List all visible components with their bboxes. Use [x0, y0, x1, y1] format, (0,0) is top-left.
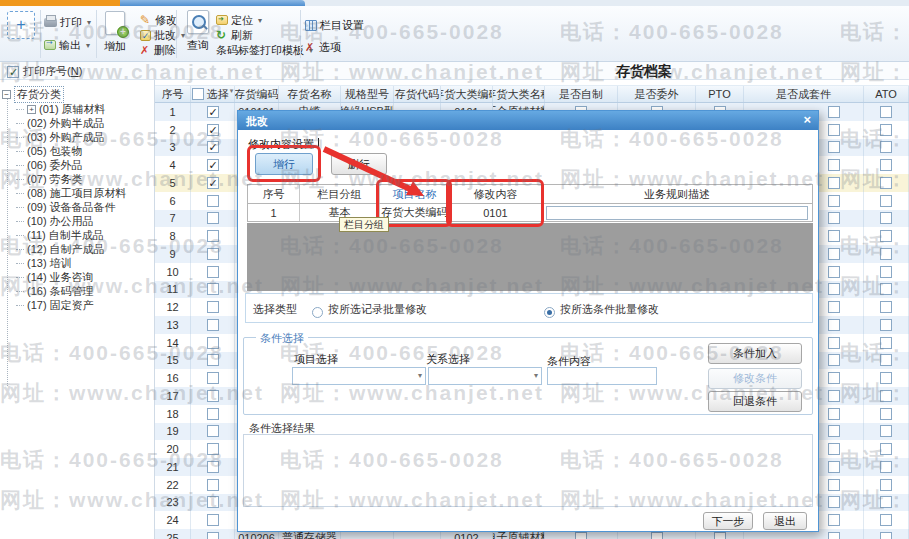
- checkbox-checked-icon[interactable]: [7, 66, 19, 78]
- sidebar-item[interactable]: (17) 固定资产: [16, 299, 94, 312]
- row-select-checkbox[interactable]: [207, 141, 219, 153]
- barcode-template-button[interactable]: 条码标签打印模板: [216, 43, 313, 57]
- flag-checkbox[interactable]: [828, 195, 840, 207]
- row-select-checkbox[interactable]: [207, 124, 219, 136]
- item-select-combo[interactable]: [292, 367, 426, 385]
- sidebar-item[interactable]: (02) 外购半成品: [16, 117, 105, 130]
- radio-by-records-label[interactable]: 按所选记录批量修改: [328, 302, 427, 317]
- row-select-checkbox[interactable]: [207, 461, 219, 473]
- flag-checkbox[interactable]: [880, 212, 892, 224]
- header-bigcode[interactable]: 存货大类编码: [441, 86, 493, 102]
- row-select-checkbox[interactable]: [207, 354, 219, 366]
- mg-cell-value[interactable]: 0101: [450, 204, 542, 221]
- flag-checkbox[interactable]: [880, 496, 892, 508]
- flag-checkbox[interactable]: [880, 461, 892, 473]
- flag-checkbox[interactable]: [828, 514, 840, 526]
- flag-checkbox[interactable]: [880, 124, 892, 136]
- add-condition-button[interactable]: 条件加入: [708, 343, 802, 364]
- flag-checkbox[interactable]: [880, 372, 892, 384]
- condition-content-input[interactable]: [547, 367, 657, 385]
- sidebar-item[interactable]: +(01) 原辅材料: [16, 103, 106, 116]
- sidebar-item[interactable]: (06) 委外品: [16, 159, 83, 172]
- flag-checkbox[interactable]: [880, 319, 892, 331]
- batch-modify-button[interactable]: ✓批改: [140, 28, 185, 42]
- row-select-checkbox[interactable]: [207, 266, 219, 278]
- radio-by-condition-label[interactable]: 按所选条件批量修改: [560, 302, 659, 317]
- row-select-checkbox[interactable]: [207, 106, 219, 118]
- refresh-button[interactable]: ↻刷新: [216, 28, 253, 42]
- flag-checkbox[interactable]: [880, 337, 892, 349]
- flag-checkbox[interactable]: [828, 212, 840, 224]
- radio-by-condition[interactable]: [544, 307, 555, 318]
- flag-checkbox[interactable]: [880, 141, 892, 153]
- flag-checkbox[interactable]: [828, 266, 840, 278]
- row-select-checkbox[interactable]: [207, 230, 219, 242]
- sidebar-item[interactable]: (05) 包装物: [16, 145, 83, 158]
- row-select-checkbox[interactable]: [207, 532, 219, 539]
- sidebar-item[interactable]: (12) 自制产成品: [16, 243, 105, 256]
- header-bigname[interactable]: 存货大类名称: [493, 86, 545, 102]
- flag-checkbox[interactable]: [575, 532, 587, 539]
- tab-modify-content[interactable]: 修改内容设置: [248, 137, 319, 152]
- row-select-checkbox[interactable]: [207, 319, 219, 331]
- flag-checkbox[interactable]: [880, 195, 892, 207]
- tree-root-item[interactable]: − 存货分类: [2, 86, 64, 103]
- new-tab-button[interactable]: +: [7, 11, 35, 39]
- header-select[interactable]: 选择: [191, 86, 235, 102]
- header-outsourced[interactable]: 是否委外: [618, 86, 696, 102]
- options-button[interactable]: ✗选项: [305, 40, 341, 54]
- modify-grid-row[interactable]: 1 基本 存货大类编码 0101: [247, 203, 813, 222]
- expand-icon[interactable]: +: [27, 105, 36, 114]
- flag-checkbox[interactable]: [880, 532, 892, 539]
- header-name[interactable]: 存货名称: [279, 86, 341, 102]
- mg-cell-item[interactable]: 存货大类编码: [380, 204, 450, 221]
- flag-checkbox[interactable]: [880, 479, 892, 491]
- export-button[interactable]: 输出: [44, 38, 90, 52]
- flag-checkbox[interactable]: [828, 319, 840, 331]
- sidebar-item[interactable]: (09) 设备备品备件: [16, 201, 116, 214]
- flag-checkbox[interactable]: [828, 230, 840, 242]
- sidebar-item[interactable]: (08) 施工项目原材料: [16, 187, 127, 200]
- flag-checkbox[interactable]: [828, 443, 840, 455]
- row-select-checkbox[interactable]: [207, 195, 219, 207]
- locate-button[interactable]: 定位: [216, 13, 262, 27]
- flag-checkbox[interactable]: [880, 514, 892, 526]
- flag-checkbox[interactable]: [880, 106, 892, 118]
- flag-checkbox[interactable]: [880, 230, 892, 242]
- row-select-checkbox[interactable]: [207, 177, 219, 189]
- flag-checkbox[interactable]: [880, 301, 892, 313]
- header-seq[interactable]: 序号: [155, 86, 191, 102]
- flag-checkbox[interactable]: [828, 248, 840, 260]
- flag-checkbox[interactable]: [828, 106, 840, 118]
- header-icode[interactable]: 存货代码: [394, 86, 441, 102]
- flag-checkbox[interactable]: [880, 408, 892, 420]
- condition-result-area[interactable]: [243, 434, 813, 507]
- flag-checkbox[interactable]: [651, 532, 663, 539]
- row-select-checkbox[interactable]: [207, 372, 219, 384]
- flag-checkbox[interactable]: [880, 354, 892, 366]
- flag-checkbox[interactable]: [828, 532, 840, 539]
- sidebar-item[interactable]: (13) 培训: [16, 257, 72, 270]
- column-settings-button[interactable]: 栏目设置: [305, 18, 364, 32]
- row-select-checkbox[interactable]: [207, 496, 219, 508]
- row-select-checkbox[interactable]: [207, 479, 219, 491]
- collapse-icon[interactable]: −: [2, 90, 11, 99]
- flag-checkbox[interactable]: [828, 425, 840, 437]
- row-select-checkbox[interactable]: [207, 425, 219, 437]
- flag-checkbox[interactable]: [880, 443, 892, 455]
- add-row-button[interactable]: 增行: [255, 153, 313, 175]
- flag-checkbox[interactable]: [828, 354, 840, 366]
- row-select-checkbox[interactable]: [207, 337, 219, 349]
- row-select-checkbox[interactable]: [207, 390, 219, 402]
- delete-button[interactable]: ✗删除: [140, 43, 176, 57]
- sidebar-item[interactable]: (07) 劳务类: [16, 173, 83, 186]
- exit-button[interactable]: 退出: [763, 512, 807, 530]
- flag-checkbox[interactable]: [880, 283, 892, 295]
- sidebar-item[interactable]: (10) 办公用品: [16, 215, 94, 228]
- header-selfmade[interactable]: 是否自制: [545, 86, 618, 102]
- row-select-checkbox[interactable]: [207, 248, 219, 260]
- close-icon[interactable]: ×: [803, 113, 811, 127]
- print-button[interactable]: 打印: [44, 15, 91, 29]
- flag-checkbox[interactable]: [880, 266, 892, 278]
- flag-checkbox[interactable]: [880, 425, 892, 437]
